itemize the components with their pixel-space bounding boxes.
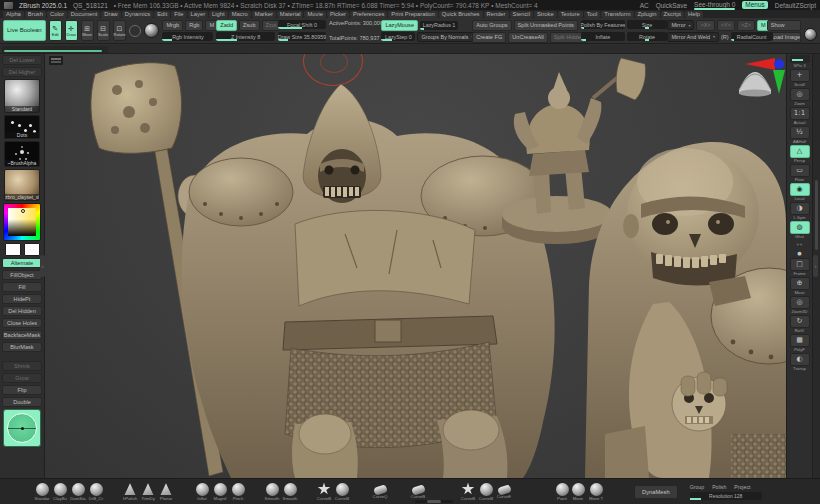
left-tray-button[interactable]: Flip [2,385,42,395]
right-shelf-button[interactable]: ▦ PolyF [789,334,811,352]
menu-item[interactable]: Document [68,11,100,18]
brush-shortcut[interactable]: DrB_Cr [88,483,104,501]
brush-shortcut[interactable]: Move [570,483,586,501]
menu-item[interactable]: Light [209,11,228,18]
mirror-and-weld-dropdown[interactable]: Mirror And Weld [667,32,719,42]
color-picker[interactable] [3,203,41,241]
draw-button[interactable]: ✛Draw [65,20,78,41]
right-shelf-button[interactable]: ◑ L.Sym [789,202,811,220]
menu-item[interactable]: Quick Brushes [439,11,483,18]
right-shelf-button[interactable]: ↻ RotV [789,315,811,333]
menu-item[interactable]: Material [277,11,304,18]
zadd-button[interactable]: Zadd [216,20,237,31]
menu-item[interactable]: Macro [229,11,251,18]
menu-item[interactable]: Zplugin [635,11,660,18]
brush-shortcut[interactable]: Pinch [230,483,246,501]
brush-shortcut[interactable]: DamSta [70,483,86,501]
right-shelf-button[interactable]: ∘∘ [789,240,811,248]
stroke-preview-icon[interactable] [129,25,141,37]
rotate-button[interactable]: ⊡Rotate [113,20,127,41]
right-shelf-button[interactable]: + Scroll [789,69,811,87]
secondary-color-swatch[interactable] [24,243,40,256]
menu-item[interactable]: Print Preparation [388,11,438,18]
menu-item[interactable]: Zscript [661,11,684,18]
left-tray-button[interactable]: Shrink [2,361,42,371]
del-lower-button[interactable]: Del Lower [2,55,42,65]
right-shelf-button[interactable]: ● [789,249,811,257]
default-zscript-button[interactable]: DefaultZScript [775,2,816,9]
focal-shift-slider[interactable]: Focal Shift 0 [278,20,326,29]
right-shelf-button[interactable]: ⊕ Move [789,277,811,295]
menu-item[interactable]: Brush [25,11,46,18]
sync-material-icon[interactable] [804,28,817,41]
menus-toggle-button[interactable]: Menus [742,1,768,9]
menu-item[interactable]: Layer [188,11,209,18]
menu-item[interactable]: Texture [558,11,583,18]
canvas-corner-widget[interactable] [49,56,63,65]
current-material-thumbnail[interactable]: zbro_clayset_sb [4,169,40,201]
menu-item[interactable]: Marker [252,11,276,18]
lazy-mouse-button[interactable]: LazyMouse [381,20,418,31]
right-shelf-button[interactable]: △ Persp [789,145,811,163]
brush-shortcut[interactable]: TrimDy [140,483,156,501]
menu-item[interactable]: Edit [154,11,170,18]
right-shelf-button[interactable]: □ Frame [789,258,811,276]
brush-shortcut[interactable]: CurveB [460,483,476,501]
menu-item[interactable]: File [171,11,186,18]
mrgb-button[interactable]: Mrgb [162,20,183,31]
brush-shortcut[interactable]: CurveE [496,483,512,501]
polish-by-features-slider[interactable]: Polish By Features [581,20,625,29]
rgb-intensity-slider[interactable]: Rgb Intensity [162,32,213,41]
left-tray-button[interactable]: BlurMask [2,342,42,352]
main-color-swatch[interactable] [5,243,21,256]
zsub-button[interactable]: Zsub [239,20,259,31]
right-shelf-button[interactable]: SPix 3 [789,55,811,68]
brush-shortcut[interactable]: CurveB [334,483,350,501]
brush-shortcut[interactable]: Planar [158,483,174,501]
see-through-slider[interactable]: See-through 0 [694,1,735,9]
right-shelf-button[interactable]: ◐ Transp [789,353,811,371]
brush-shortcut[interactable]: CurveB [410,483,426,501]
z-intensity-slider[interactable]: Z Intensity 8 [216,32,275,41]
uncrease-all-button[interactable]: UnCreaseAll [508,32,547,43]
current-stroke-thumbnail[interactable]: Dots [4,115,40,139]
left-tray-button[interactable]: HidePt [2,294,42,304]
brush-shortcut[interactable]: CurveB [478,483,494,501]
groups-by-normals-dropdown[interactable]: Groups By Normals [417,32,477,42]
right-shelf-button[interactable]: ◎ Zoom3D [789,296,811,314]
right-shelf-button[interactable]: ½ AAHalf [789,126,811,144]
mirror-z-button[interactable]: >Z< [737,20,755,31]
brush-shortcut[interactable]: Paint [554,483,570,501]
tray-scrollbar[interactable] [415,500,453,503]
del-higher-button[interactable]: Del Higher [2,67,42,77]
right-tray-handle[interactable]: › [813,255,818,277]
mirror-y-button[interactable]: >Y< [717,20,735,31]
left-tray-button[interactable]: Grow [2,373,42,383]
right-shelf-button[interactable]: ◉ Local [789,183,811,201]
auto-groups-button[interactable]: Auto Groups [472,20,511,31]
menu-item[interactable]: Movie [304,11,325,18]
brush-shortcut[interactable]: Move T [588,483,604,501]
dynamesh-group-toggle[interactable]: Group [690,484,704,490]
menu-item[interactable]: Preferences [350,11,387,18]
create-fg-button[interactable]: Create FG [472,32,506,43]
quick-slider[interactable] [2,46,108,53]
rgb-button[interactable]: Rgb [185,20,203,31]
menu-item[interactable]: Draw [101,11,121,18]
left-tray-handle[interactable]: ‹ [40,255,45,277]
brush-shortcut[interactable]: hPolish [122,483,138,501]
size-slider[interactable]: Size [627,20,667,29]
right-shelf-button[interactable]: ◍ Ghst [789,221,811,239]
right-scrollbar[interactable] [815,180,818,250]
right-shelf-button[interactable]: ▭ Floor [789,164,811,182]
menu-item[interactable]: Stroke [534,11,557,18]
left-tray-button[interactable]: Fill [2,282,42,292]
menu-item[interactable]: Color [47,11,67,18]
brush-shortcut[interactable]: CurveQ [372,483,388,501]
sculpt-viewport[interactable] [45,54,786,478]
brush-shortcut[interactable]: ClayBu [52,483,68,501]
radial-count-slider[interactable]: RadialCount [731,32,773,41]
menu-item[interactable]: Dynamics [122,11,153,18]
brush-shortcut[interactable]: CurveB [316,483,332,501]
left-tray-button[interactable]: BackfaceMask [2,330,42,340]
